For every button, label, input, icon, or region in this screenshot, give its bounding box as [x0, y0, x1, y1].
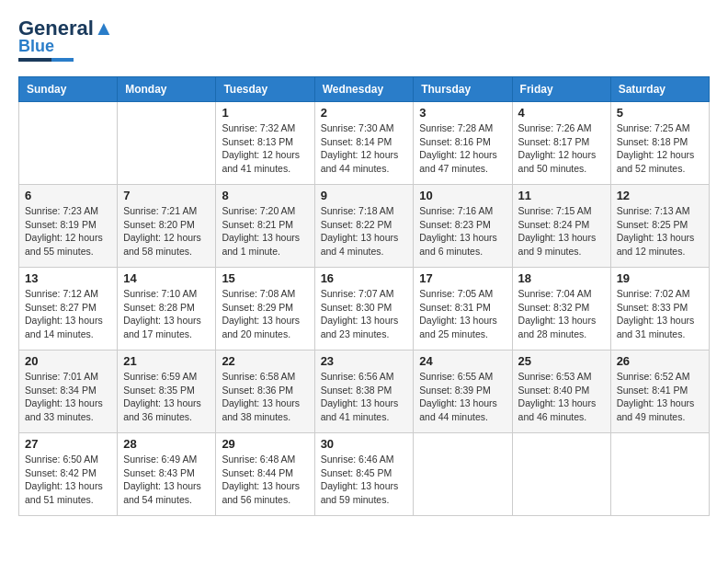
day-info: Sunrise: 6:55 AM Sunset: 8:39 PM Dayligh…	[419, 370, 506, 424]
day-number: 16	[321, 271, 408, 285]
day-info: Sunrise: 7:05 AM Sunset: 8:31 PM Dayligh…	[419, 287, 506, 341]
day-info: Sunrise: 7:28 AM Sunset: 8:16 PM Dayligh…	[419, 121, 506, 176]
day-info: Sunrise: 7:15 AM Sunset: 8:24 PM Dayligh…	[518, 204, 605, 259]
day-number: 5	[617, 106, 703, 120]
calendar-cell: 28Sunrise: 6:49 AM Sunset: 8:43 PM Dayli…	[118, 433, 216, 516]
day-info: Sunrise: 7:30 AM Sunset: 8:14 PM Dayligh…	[321, 121, 408, 176]
calendar-cell: 13Sunrise: 7:12 AM Sunset: 8:27 PM Dayli…	[19, 268, 118, 350]
day-info: Sunrise: 7:25 AM Sunset: 8:18 PM Dayligh…	[617, 121, 703, 176]
day-info: Sunrise: 7:23 AM Sunset: 8:19 PM Dayligh…	[25, 204, 111, 259]
calendar-cell: 10Sunrise: 7:16 AM Sunset: 8:23 PM Dayli…	[414, 185, 512, 268]
day-number: 21	[123, 354, 210, 368]
day-info: Sunrise: 7:04 AM Sunset: 8:32 PM Dayligh…	[518, 287, 605, 341]
calendar-cell: 3Sunrise: 7:28 AM Sunset: 8:16 PM Daylig…	[414, 102, 512, 185]
calendar-cell: 8Sunrise: 7:20 AM Sunset: 8:21 PM Daylig…	[216, 185, 314, 268]
calendar-cell	[512, 433, 610, 516]
calendar-cell: 12Sunrise: 7:13 AM Sunset: 8:25 PM Dayli…	[610, 185, 709, 268]
day-number: 23	[321, 354, 408, 368]
calendar-week-5: 27Sunrise: 6:50 AM Sunset: 8:42 PM Dayli…	[19, 433, 710, 516]
calendar-cell	[414, 433, 512, 516]
calendar-cell: 30Sunrise: 6:46 AM Sunset: 8:45 PM Dayli…	[314, 433, 414, 516]
calendar-cell: 6Sunrise: 7:23 AM Sunset: 8:19 PM Daylig…	[19, 185, 118, 268]
weekday-tuesday: Tuesday	[216, 77, 314, 102]
day-info: Sunrise: 6:59 AM Sunset: 8:35 PM Dayligh…	[123, 370, 210, 424]
day-number: 25	[518, 354, 605, 368]
day-number: 11	[518, 189, 605, 202]
calendar-cell: 17Sunrise: 7:05 AM Sunset: 8:31 PM Dayli…	[414, 268, 512, 350]
weekday-wednesday: Wednesday	[314, 77, 414, 102]
calendar-cell: 11Sunrise: 7:15 AM Sunset: 8:24 PM Dayli…	[512, 185, 610, 268]
page-header: General▲ Blue	[18, 18, 710, 62]
calendar-cell: 9Sunrise: 7:18 AM Sunset: 8:22 PM Daylig…	[314, 185, 414, 268]
calendar-cell: 4Sunrise: 7:26 AM Sunset: 8:17 PM Daylig…	[512, 102, 610, 185]
day-number: 24	[419, 354, 506, 368]
day-info: Sunrise: 7:08 AM Sunset: 8:29 PM Dayligh…	[222, 287, 308, 341]
calendar-cell: 5Sunrise: 7:25 AM Sunset: 8:18 PM Daylig…	[610, 102, 709, 185]
calendar-cell: 26Sunrise: 6:52 AM Sunset: 8:41 PM Dayli…	[610, 350, 709, 433]
calendar-cell: 27Sunrise: 6:50 AM Sunset: 8:42 PM Dayli…	[19, 433, 118, 516]
day-info: Sunrise: 6:58 AM Sunset: 8:36 PM Dayligh…	[222, 370, 308, 424]
calendar-cell: 19Sunrise: 7:02 AM Sunset: 8:33 PM Dayli…	[610, 268, 709, 350]
calendar-cell: 22Sunrise: 6:58 AM Sunset: 8:36 PM Dayli…	[216, 350, 314, 433]
day-number: 30	[321, 437, 408, 451]
calendar-cell: 29Sunrise: 6:48 AM Sunset: 8:44 PM Dayli…	[216, 433, 314, 516]
day-number: 27	[25, 437, 111, 451]
logo-flag: ▲	[94, 17, 114, 40]
day-info: Sunrise: 7:10 AM Sunset: 8:28 PM Dayligh…	[123, 287, 210, 341]
calendar-cell: 14Sunrise: 7:10 AM Sunset: 8:28 PM Dayli…	[118, 268, 216, 350]
day-number: 26	[617, 354, 703, 368]
weekday-monday: Monday	[118, 77, 216, 102]
calendar-cell	[19, 102, 118, 185]
day-info: Sunrise: 7:13 AM Sunset: 8:25 PM Dayligh…	[617, 204, 703, 259]
day-number: 29	[222, 437, 308, 451]
day-number: 15	[222, 271, 308, 285]
day-number: 12	[617, 189, 703, 202]
day-info: Sunrise: 6:53 AM Sunset: 8:40 PM Dayligh…	[518, 370, 605, 424]
logo: General▲ Blue	[18, 18, 114, 62]
calendar-cell: 7Sunrise: 7:21 AM Sunset: 8:20 PM Daylig…	[118, 185, 216, 268]
calendar-cell: 18Sunrise: 7:04 AM Sunset: 8:32 PM Dayli…	[512, 268, 610, 350]
day-info: Sunrise: 7:21 AM Sunset: 8:20 PM Dayligh…	[123, 204, 210, 259]
day-info: Sunrise: 7:02 AM Sunset: 8:33 PM Dayligh…	[617, 287, 703, 341]
calendar-cell: 15Sunrise: 7:08 AM Sunset: 8:29 PM Dayli…	[216, 268, 314, 350]
day-info: Sunrise: 7:18 AM Sunset: 8:22 PM Dayligh…	[321, 204, 408, 259]
calendar-body: 1Sunrise: 7:32 AM Sunset: 8:13 PM Daylig…	[19, 102, 710, 516]
day-info: Sunrise: 6:52 AM Sunset: 8:41 PM Dayligh…	[617, 370, 703, 424]
calendar-cell: 1Sunrise: 7:32 AM Sunset: 8:13 PM Daylig…	[216, 102, 314, 185]
calendar-week-4: 20Sunrise: 7:01 AM Sunset: 8:34 PM Dayli…	[19, 350, 710, 433]
day-number: 1	[222, 106, 308, 120]
day-number: 20	[25, 354, 111, 368]
day-number: 3	[419, 106, 506, 120]
day-number: 2	[321, 106, 408, 120]
day-info: Sunrise: 7:32 AM Sunset: 8:13 PM Dayligh…	[222, 121, 308, 176]
day-info: Sunrise: 7:07 AM Sunset: 8:30 PM Dayligh…	[321, 287, 408, 341]
day-info: Sunrise: 7:26 AM Sunset: 8:17 PM Dayligh…	[518, 121, 605, 176]
day-info: Sunrise: 7:01 AM Sunset: 8:34 PM Dayligh…	[25, 370, 111, 424]
day-number: 4	[518, 106, 605, 120]
weekday-header-row: SundayMondayTuesdayWednesdayThursdayFrid…	[19, 77, 710, 102]
calendar-cell	[118, 102, 216, 185]
calendar-cell: 25Sunrise: 6:53 AM Sunset: 8:40 PM Dayli…	[512, 350, 610, 433]
day-info: Sunrise: 6:48 AM Sunset: 8:44 PM Dayligh…	[222, 453, 308, 507]
weekday-sunday: Sunday	[19, 77, 118, 102]
calendar-week-2: 6Sunrise: 7:23 AM Sunset: 8:19 PM Daylig…	[19, 185, 710, 268]
day-info: Sunrise: 7:20 AM Sunset: 8:21 PM Dayligh…	[222, 204, 308, 259]
day-info: Sunrise: 7:16 AM Sunset: 8:23 PM Dayligh…	[419, 204, 506, 259]
day-number: 14	[123, 271, 210, 285]
day-info: Sunrise: 6:50 AM Sunset: 8:42 PM Dayligh…	[25, 453, 111, 507]
day-number: 13	[25, 271, 111, 285]
calendar-week-3: 13Sunrise: 7:12 AM Sunset: 8:27 PM Dayli…	[19, 268, 710, 350]
calendar-cell: 20Sunrise: 7:01 AM Sunset: 8:34 PM Dayli…	[19, 350, 118, 433]
calendar-cell: 23Sunrise: 6:56 AM Sunset: 8:38 PM Dayli…	[314, 350, 414, 433]
weekday-thursday: Thursday	[414, 77, 512, 102]
day-number: 17	[419, 271, 506, 285]
calendar-cell: 24Sunrise: 6:55 AM Sunset: 8:39 PM Dayli…	[414, 350, 512, 433]
weekday-friday: Friday	[512, 77, 610, 102]
day-info: Sunrise: 7:12 AM Sunset: 8:27 PM Dayligh…	[25, 287, 111, 341]
logo-blue: Blue	[18, 37, 54, 56]
calendar-week-1: 1Sunrise: 7:32 AM Sunset: 8:13 PM Daylig…	[19, 102, 710, 185]
day-number: 9	[321, 189, 408, 202]
calendar-cell	[610, 433, 709, 516]
day-number: 19	[617, 271, 703, 285]
weekday-saturday: Saturday	[610, 77, 709, 102]
